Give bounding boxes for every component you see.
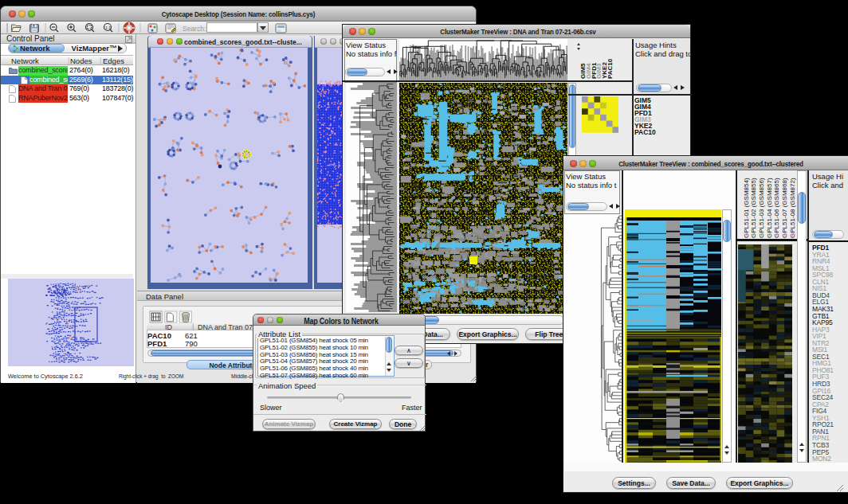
svg-text:1:1: 1:1 (105, 25, 111, 30)
